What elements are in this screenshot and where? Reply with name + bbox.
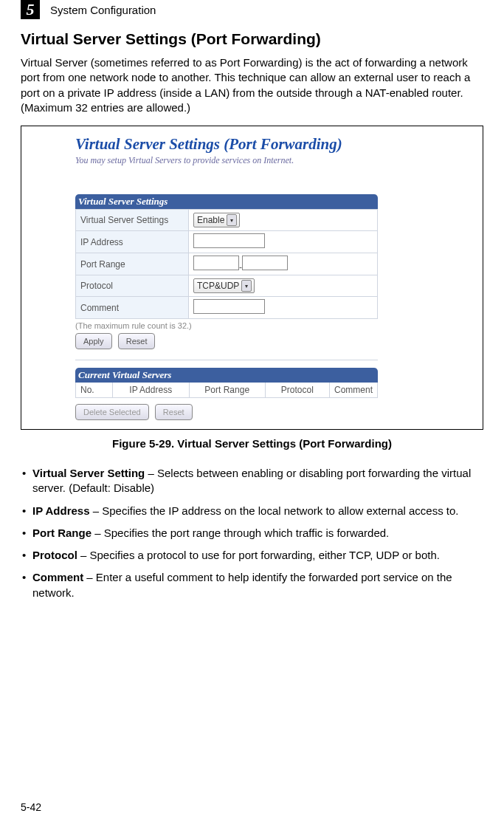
col-port-range: Port Range (189, 383, 265, 398)
figure-subtitle: You may setup Virtual Servers to provide… (75, 155, 469, 166)
desc-ip: – Specifies the IP address on the local … (90, 504, 459, 517)
page-number: 5-42 (21, 801, 41, 813)
chevron-down-icon: ▾ (241, 280, 252, 292)
col-ip: IP Address (112, 383, 189, 398)
settings-table: Virtual Server Settings Enable ▾ IP Addr… (75, 209, 378, 319)
row-vss: Virtual Server Settings Enable ▾ (76, 210, 378, 231)
chapter-title: System Configuration (50, 4, 156, 16)
divider (75, 360, 378, 360)
label-protocol: Protocol (76, 275, 189, 297)
chapter-header: 5 System Configuration (21, 0, 483, 19)
figure-caption: Figure 5-29. Virtual Server Settings (Po… (21, 437, 483, 450)
table-header-row: No. IP Address Port Range Protocol Comme… (76, 383, 378, 398)
delete-selected-button[interactable]: Delete Selected (75, 404, 149, 420)
input-port-from[interactable] (193, 256, 239, 270)
input-port-to[interactable] (242, 256, 288, 270)
col-no: No. (76, 383, 113, 398)
figure-title: Virtual Server Settings (Port Forwarding… (75, 135, 469, 154)
label-vss: Virtual Server Settings (76, 210, 189, 231)
desc-comment: – Enter a useful comment to help identif… (32, 571, 452, 598)
list-item: Virtual Server Setting – Selects between… (21, 466, 483, 496)
apply-button[interactable]: Apply (75, 333, 112, 349)
term-ip: IP Address (32, 504, 90, 517)
label-comment: Comment (76, 297, 189, 319)
list-item: IP Address – Specifies the IP address on… (21, 504, 483, 518)
desc-protocol: – Specifies a protocol to use for port f… (77, 549, 440, 561)
term-protocol: Protocol (32, 549, 77, 561)
term-comment: Comment (32, 571, 83, 583)
row-protocol: Protocol TCP&UDP ▾ (76, 275, 378, 297)
panel-virtual-server-settings: Virtual Server Settings (75, 194, 378, 209)
term-port-range: Port Range (32, 527, 92, 539)
chapter-number-badge: 5 (21, 0, 40, 19)
list-item: Protocol – Specifies a protocol to use f… (21, 548, 483, 563)
select-protocol-value: TCP&UDP (197, 281, 239, 291)
current-servers-table: No. IP Address Port Range Protocol Comme… (75, 383, 378, 398)
row-ip: IP Address (76, 231, 378, 253)
note-max-rules: (The maximum rule count is 32.) (75, 321, 469, 330)
desc-port-range: – Specifies the port range through which… (92, 527, 389, 539)
chevron-down-icon: ▾ (227, 214, 237, 226)
row-port-range: Port Range - (76, 253, 378, 275)
term-vss: Virtual Server Setting (32, 467, 145, 479)
col-protocol: Protocol (265, 383, 329, 398)
input-ip[interactable] (193, 233, 265, 248)
bullet-list: Virtual Server Setting – Selects between… (21, 466, 483, 600)
panel-current-virtual-servers: Current Virtual Servers (75, 368, 378, 383)
label-port-range: Port Range (76, 253, 189, 275)
reset-button-2[interactable]: Reset (155, 404, 193, 420)
reset-button[interactable]: Reset (118, 333, 156, 349)
figure-frame: Virtual Server Settings (Port Forwarding… (21, 126, 483, 430)
section-paragraph: Virtual Server (sometimes referred to as… (21, 55, 483, 115)
select-protocol[interactable]: TCP&UDP ▾ (193, 278, 255, 293)
input-comment[interactable] (193, 299, 265, 314)
row-comment: Comment (76, 297, 378, 319)
select-vss[interactable]: Enable ▾ (193, 213, 240, 227)
label-ip: IP Address (76, 231, 189, 253)
list-item: Comment – Enter a useful comment to help… (21, 570, 483, 600)
list-item: Port Range – Specifies the port range th… (21, 526, 483, 541)
section-title: Virtual Server Settings (Port Forwarding… (21, 30, 483, 48)
col-comment: Comment (329, 383, 377, 398)
select-vss-value: Enable (197, 215, 224, 225)
